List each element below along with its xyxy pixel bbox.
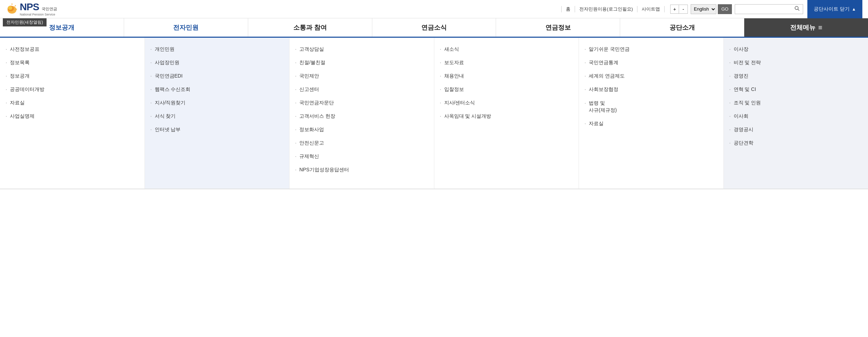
- main-nav: 정보공개 전자민원 소통과 참여 연금소식 연금정보 공단소개 전체메뉴 ≡: [0, 18, 868, 38]
- search-input[interactable]: [735, 5, 791, 14]
- close-site-button[interactable]: 공단사이트 닫기 ▲: [807, 0, 862, 18]
- link-board[interactable]: 이사회: [729, 113, 863, 120]
- logo-text: NPS 국민연금National Pension Service: [20, 1, 57, 17]
- search-button[interactable]: [791, 5, 803, 14]
- link-archive2[interactable]: 자료실: [585, 121, 718, 127]
- nav-about[interactable]: 공단소개: [620, 18, 744, 37]
- hamburger-icon: ≡: [818, 24, 823, 32]
- font-decrease-button[interactable]: -: [679, 5, 687, 13]
- link-world[interactable]: 세계의 연금제도: [585, 73, 718, 79]
- link-stats[interactable]: 국민연금통계: [585, 60, 718, 66]
- close-site-label: 공단사이트 닫기: [814, 6, 850, 12]
- search-icon: [794, 6, 800, 11]
- link-exec[interactable]: 경영진: [729, 73, 863, 79]
- top-bar: NPS 국민연금National Pension Service 홈 전자민원이…: [0, 0, 868, 18]
- link-realestate[interactable]: 사옥임대 및 시설개방: [440, 113, 573, 120]
- mega-menu: 사전정보공표 정보목록 정보공개 공공데이터개방 자료실 사업실명제 개인민원 …: [0, 38, 868, 189]
- link-safety[interactable]: 안전신문고: [295, 140, 428, 146]
- svg-point-2: [8, 6, 12, 10]
- link-law[interactable]: 법령 및사규(제규정): [585, 100, 718, 114]
- link-ceo[interactable]: 이사장: [729, 46, 863, 53]
- link-npsenter[interactable]: NPS기업성장응답센터: [295, 167, 428, 173]
- link-deregulation[interactable]: 규제혁신: [295, 153, 428, 160]
- link-vision[interactable]: 비전 및 전략: [729, 60, 863, 66]
- link-form[interactable]: 서식 찾기: [151, 113, 284, 120]
- nav-elec[interactable]: 전자민원: [124, 18, 248, 37]
- link-social[interactable]: 사회보장협정: [585, 86, 718, 93]
- svg-point-6: [795, 6, 798, 10]
- link-easy[interactable]: 알기쉬운 국민연금: [585, 46, 718, 53]
- link-personal[interactable]: 개인민원: [151, 46, 284, 53]
- close-site-arrow-icon: ▲: [852, 7, 856, 12]
- nav-sotong[interactable]: 소통과 참여: [248, 18, 372, 37]
- font-increase-button[interactable]: +: [671, 5, 679, 13]
- search-wrap: [735, 4, 803, 14]
- link-history[interactable]: 연혁 및 CI: [729, 86, 863, 93]
- link-payment[interactable]: 인터넷 납부: [151, 127, 284, 133]
- link-edi[interactable]: 국민연금EDI: [151, 73, 284, 79]
- font-size-controls: + -: [670, 5, 688, 14]
- mega-col-jongbo: 사전정보공표 정보목록 정보공개 공공데이터개방 자료실 사업실명제: [0, 38, 145, 189]
- link-opendata[interactable]: 공공데이터개방: [6, 86, 139, 93]
- link-org[interactable]: 조직 및 인원: [729, 100, 863, 106]
- nav-all[interactable]: 전체메뉴 ≡: [744, 18, 868, 37]
- link-kindness[interactable]: 친절/불친절: [295, 60, 428, 66]
- nav-all-label: 전체메뉴: [790, 23, 815, 32]
- link-business[interactable]: 사업장민원: [151, 60, 284, 66]
- sitemap-link[interactable]: 사이트맵: [637, 6, 665, 12]
- link-counsel[interactable]: 고객상담실: [295, 46, 428, 53]
- link-tour[interactable]: 공단견학: [729, 140, 863, 146]
- link-branch[interactable]: 지사/직원찾기: [151, 100, 284, 106]
- language-selector-wrap: English 한국어 GO: [691, 4, 732, 14]
- link-infolist[interactable]: 정보목록: [6, 60, 139, 66]
- link-preinfo[interactable]: 사전정보공표: [6, 46, 139, 53]
- nav-news[interactable]: 연금소식: [372, 18, 496, 37]
- link-suggest[interactable]: 국민제안: [295, 73, 428, 79]
- mega-col-info: 알기쉬운 국민연금 국민연금통계 세계의 연금제도 사회보장협정 법령 및사규(…: [579, 38, 724, 189]
- page-wrapper: NPS 국민연금National Pension Service 홈 전자민원이…: [0, 0, 868, 189]
- emrs-link[interactable]: 전자민원이용(로그인필요): [575, 6, 637, 12]
- link-press[interactable]: 보도자료: [440, 60, 573, 66]
- link-advisory[interactable]: 국민연금자문단: [295, 100, 428, 106]
- nav-info[interactable]: 연금정보: [496, 18, 620, 37]
- breadcrumb: 전자민원(새창열림): [3, 18, 47, 26]
- link-disclose[interactable]: 경영공시: [729, 127, 863, 133]
- language-select[interactable]: English 한국어: [691, 4, 716, 14]
- svg-line-4: [15, 5, 16, 6]
- go-button[interactable]: GO: [718, 4, 732, 14]
- top-nav-links: 홈 전자민원이용(로그인필요) 사이트맵: [561, 6, 665, 12]
- mega-col-news: 새소식 보도자료 채용안내 입찰정보 지사/센터소식 사옥임대 및 시설개방: [434, 38, 579, 189]
- link-report[interactable]: 신고센터: [295, 86, 428, 93]
- link-charter[interactable]: 고객서비스 헌장: [295, 113, 428, 120]
- link-bizname[interactable]: 사업실명제: [6, 113, 139, 120]
- link-news[interactable]: 새소식: [440, 46, 573, 53]
- logo-area: NPS 국민연금National Pension Service: [6, 1, 57, 17]
- svg-line-7: [798, 9, 799, 11]
- home-link[interactable]: 홈: [561, 6, 575, 12]
- link-recruit[interactable]: 채용안내: [440, 73, 573, 79]
- link-fax[interactable]: 웹팩스 수신조회: [151, 86, 284, 93]
- link-bid[interactable]: 입찰정보: [440, 86, 573, 93]
- logo-sun-icon: [6, 3, 18, 16]
- link-infoopen[interactable]: 정보공개: [6, 73, 139, 79]
- link-branchnews[interactable]: 지사/센터소식: [440, 100, 573, 106]
- mega-col-sotong: 고객상담실 친절/불친절 국민제안 신고센터 국민연금자문단 고객서비스 헌장 …: [289, 38, 434, 189]
- link-itproject[interactable]: 정보화사업: [295, 127, 428, 133]
- link-archive[interactable]: 자료실: [6, 100, 139, 106]
- mega-col-about: 이사장 비전 및 전략 경영진 연혁 및 CI 조직 및 인원 이사회 경영공시…: [724, 38, 868, 189]
- mega-col-elec: 개인민원 사업장민원 국민연금EDI 웹팩스 수신조회 지사/직원찾기 서식 찾…: [145, 38, 290, 189]
